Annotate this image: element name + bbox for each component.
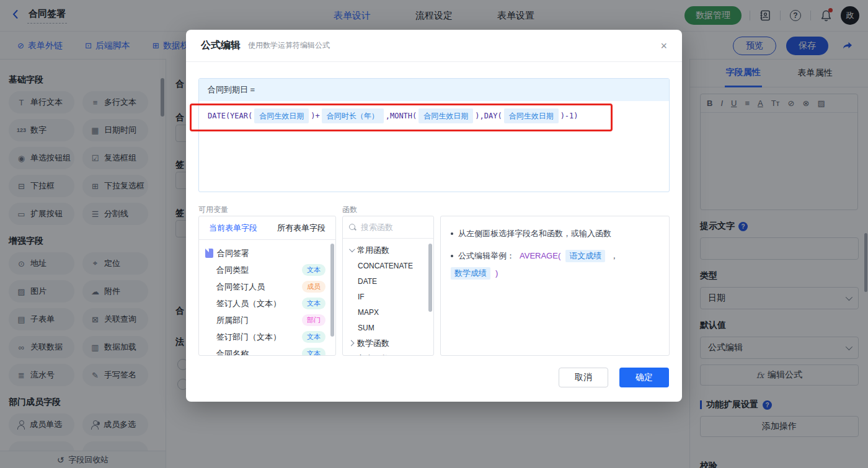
formula-help-panel: 从左侧面板选择字段名和函数，或输入函数 公式编辑举例： AVERAGE( 语文成… <box>440 216 670 356</box>
cancel-button[interactable]: 取消 <box>559 368 608 387</box>
chevron-closed-icon <box>348 340 355 347</box>
bullet-icon <box>451 232 453 235</box>
type-badge: 文本 <box>302 264 326 276</box>
field-chip[interactable]: 合同生效日期 <box>254 108 309 123</box>
variable-item[interactable]: 合同名称文本 <box>199 345 335 356</box>
function-item[interactable]: MAPX <box>343 304 433 320</box>
function-item[interactable]: IF <box>343 289 433 304</box>
confirm-button[interactable]: 确定 <box>619 368 669 387</box>
help-example-prefix: 公式编辑举例： <box>458 250 515 262</box>
tab-all-form-fields[interactable]: 所有表单字段 <box>277 223 326 234</box>
functions-label: 函数 <box>342 205 357 215</box>
close-icon[interactable]: × <box>660 40 667 51</box>
type-badge: 文本 <box>302 348 326 356</box>
field-chip[interactable]: 合同生效日期 <box>418 108 473 123</box>
variable-item[interactable]: 合同类型文本 <box>199 262 335 278</box>
variables-scrollbar[interactable] <box>330 244 334 337</box>
variable-item[interactable]: 签订人员（文本）文本 <box>199 295 335 312</box>
function-item[interactable]: DATE <box>343 273 433 289</box>
help-comma: ， <box>610 250 618 262</box>
form-doc-icon <box>205 249 213 258</box>
function-item[interactable]: SUM <box>343 320 433 335</box>
formula-editor[interactable]: 合同到期日 = DATE(YEAR(合同生效日期)+合同时长（年）,MONTH(… <box>198 78 670 192</box>
variable-item[interactable]: 签订部门（文本）文本 <box>199 329 335 345</box>
variable-item[interactable]: 所属部门部门 <box>199 312 335 329</box>
formula-code: ),DAY( <box>475 112 502 120</box>
field-chip[interactable]: 合同时长（年） <box>322 108 384 123</box>
modal-title: 公式编辑 <box>201 39 241 52</box>
modal-subtitle: 使用数学运算符编辑公式 <box>248 40 330 51</box>
app-root: 合同签署 表单设计 流程设定 表单设置 数据管理 ? 政 <box>0 0 868 468</box>
functions-scrollbar[interactable] <box>428 244 432 312</box>
formula-code: )-1) <box>560 112 578 120</box>
search-icon <box>349 224 356 231</box>
formula-target-field: 合同到期日 = <box>199 79 669 101</box>
chevron-open-icon <box>349 246 355 252</box>
tab-current-form-fields[interactable]: 当前表单字段 <box>209 223 257 234</box>
type-badge: 文本 <box>302 298 326 309</box>
help-text: 从左侧面板选择字段名和函数，或输入函数 <box>458 227 611 240</box>
variables-label: 可用变量 <box>198 205 228 215</box>
formula-code: ,MONTH( <box>386 112 417 120</box>
functions-panel: 常用函数 CONCATENATE DATE IF MAPX SUM 数学函数 文… <box>342 216 434 356</box>
function-group-text[interactable]: 文本函数 <box>343 351 433 356</box>
field-chip: 数学成绩 <box>451 267 490 280</box>
formula-editor-modal: 公式编辑 使用数学运算符编辑公式 × 合同到期日 = DATE(YEAR(合同生… <box>186 30 682 402</box>
function-item[interactable]: CONCATENATE <box>343 258 433 273</box>
field-chip: 语文成绩 <box>565 250 605 262</box>
variable-item[interactable]: 合同签订人员成员 <box>199 278 335 295</box>
function-search-input[interactable] <box>361 223 423 232</box>
variables-panel: 当前表单字段 所有表单字段 合同签署 合同类型文本 合同签订人员成员 签订人员（… <box>198 216 336 356</box>
formula-code: DATE(YEAR( <box>208 112 252 120</box>
type-badge: 部门 <box>302 314 326 326</box>
type-badge: 文本 <box>302 331 326 343</box>
bullet-icon <box>451 255 453 257</box>
function-group-common[interactable]: 常用函数 <box>343 242 433 258</box>
help-close-paren: ) <box>495 267 498 280</box>
help-example-function: AVERAGE( <box>520 250 560 262</box>
field-chip[interactable]: 合同生效日期 <box>504 108 559 123</box>
type-badge: 成员 <box>302 281 326 293</box>
formula-expression[interactable]: DATE(YEAR(合同生效日期)+合同时长（年）,MONTH(合同生效日期),… <box>199 101 669 131</box>
variable-tree-root[interactable]: 合同签署 <box>199 245 335 262</box>
formula-code: )+ <box>311 112 319 120</box>
function-group-math[interactable]: 数学函数 <box>343 335 433 351</box>
